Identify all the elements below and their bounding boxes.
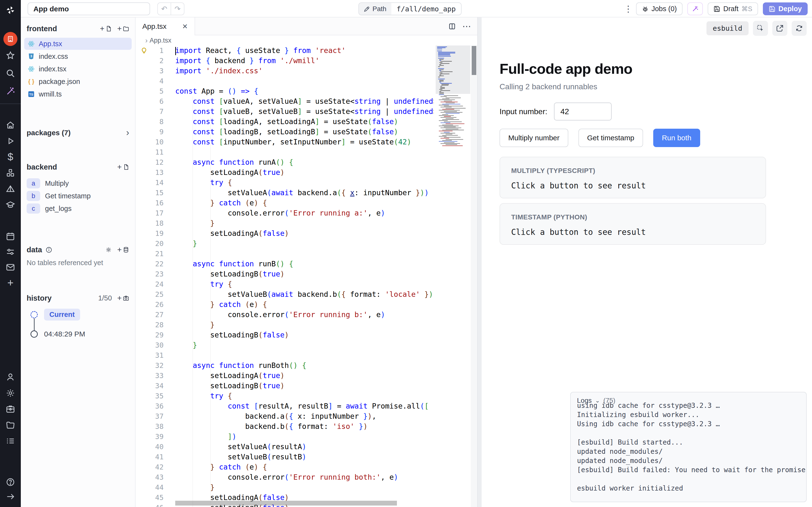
code-line-9[interactable]: 9 const [loadingB, setLoadingB] = useSta… xyxy=(136,127,477,137)
windmill-logo-icon[interactable] xyxy=(0,3,21,17)
code-line-43[interactable]: 43 console.error('Error running both:', … xyxy=(136,472,477,482)
code-line-41[interactable]: 41 setValueB(resultB) xyxy=(136,452,477,462)
code-line-12[interactable]: 12 async function runA() { xyxy=(136,157,477,167)
code-line-16[interactable]: 16 } catch (e) { xyxy=(136,198,477,208)
runnable-multiply[interactable]: aMultiply xyxy=(21,177,135,190)
code-line-14[interactable]: 14 try { xyxy=(136,177,477,188)
code-line-20[interactable]: 20 } xyxy=(136,238,477,249)
folders-icon[interactable] xyxy=(0,418,21,432)
open-external-button[interactable] xyxy=(772,21,787,36)
file-item-index-tsx[interactable]: index.tsx xyxy=(24,63,132,75)
draft-button[interactable]: Draft ⌘S xyxy=(708,2,758,15)
close-tab-icon[interactable]: ✕ xyxy=(182,22,188,31)
code-line-27[interactable]: 27 console.error('Error running b:', e) xyxy=(136,309,477,320)
variables-dollar-icon[interactable]: $ xyxy=(0,151,21,164)
schedules-calendar-icon[interactable] xyxy=(0,230,21,243)
deploy-button[interactable]: Deploy xyxy=(763,2,808,15)
undo-button[interactable]: ↶ xyxy=(158,3,171,15)
add-file-button[interactable]: + xyxy=(100,24,112,33)
code-line-21[interactable]: 21 xyxy=(136,249,477,259)
vertical-scrollbar[interactable] xyxy=(471,46,477,507)
multiply-number-button[interactable]: Multiply number xyxy=(499,129,568,147)
code-line-7[interactable]: 7 const [valueB, setValueB] = useState<s… xyxy=(136,106,477,117)
logs-panel[interactable]: Logs ⌄ (75) using idb cache for csstype@… xyxy=(570,392,807,502)
inspect-select-button[interactable] xyxy=(753,21,768,36)
history-current-item[interactable]: Current xyxy=(31,308,80,321)
code-line-42[interactable]: 42 } catch (e) { xyxy=(136,462,477,472)
code-line-2[interactable]: 2import { backend } from './wmill' xyxy=(136,56,477,66)
code-line-39[interactable]: 39 ]) xyxy=(136,432,477,442)
add-table-button[interactable]: + xyxy=(117,245,129,254)
settings-gear-icon[interactable] xyxy=(0,387,21,400)
favorites-star-icon[interactable] xyxy=(0,49,21,62)
workers-toolbox-icon[interactable] xyxy=(0,402,21,415)
app-name-input[interactable]: App demo xyxy=(28,2,150,15)
code-line-19[interactable]: 19 setLoadingA(false) xyxy=(136,228,477,238)
routes-icon[interactable] xyxy=(0,245,21,258)
code-line-33[interactable]: 33 setLoadingA(true) xyxy=(136,371,477,381)
code-line-18[interactable]: 18 } xyxy=(136,218,477,228)
history-version-item[interactable]: 04:48:29 PM xyxy=(31,330,85,338)
code-line-44[interactable]: 44 } xyxy=(136,482,477,493)
code-line-1[interactable]: 1import React, { useState } from 'react' xyxy=(136,46,477,56)
path-pill[interactable]: Path f/all/demo_app xyxy=(359,2,462,15)
code-line-31[interactable]: 31 xyxy=(136,350,477,360)
panel-resize-divider[interactable] xyxy=(477,17,482,507)
code-line-28[interactable]: 28 } xyxy=(136,320,477,330)
code-line-10[interactable]: 10 const [inputNumber, setInputNumber] =… xyxy=(136,137,477,147)
packages-row[interactable]: packages (7)› xyxy=(21,127,135,138)
add-runnable-button[interactable]: + xyxy=(117,163,129,171)
home-icon[interactable] xyxy=(0,118,21,131)
input-number-field[interactable]: 42 xyxy=(554,103,612,120)
code-line-4[interactable]: 4 xyxy=(136,76,477,86)
horizontal-scrollbar[interactable] xyxy=(175,501,397,506)
code-line-38[interactable]: 38 backend.b({ format: 'iso' }) xyxy=(136,421,477,432)
search-icon[interactable] xyxy=(0,67,21,80)
audit-logs-list-icon[interactable] xyxy=(0,435,21,448)
mail-icon[interactable] xyxy=(0,261,21,274)
chevron-down-icon[interactable]: ⌄ xyxy=(595,397,600,404)
file-item-index-css[interactable]: 3index.css xyxy=(24,50,132,62)
more-menu-kebab-icon[interactable]: ⋮ xyxy=(624,4,631,14)
code-line-15[interactable]: 15 setValueA(await backend.a({ x: inputN… xyxy=(136,188,477,198)
code-line-11[interactable]: 11 xyxy=(136,147,477,157)
file-item-wmill-ts[interactable]: TSwmill.ts xyxy=(24,88,132,100)
run-both-button[interactable]: Run both xyxy=(653,129,700,147)
code-line-35[interactable]: 35 try { xyxy=(136,391,477,401)
tab-app-tsx[interactable]: App.tsx✕ xyxy=(136,17,195,35)
code-line-17[interactable]: 17 console.error('Error running a:', e) xyxy=(136,208,477,218)
runs-play-icon[interactable] xyxy=(0,134,21,148)
code-line-37[interactable]: 37 backend.a({ x: inputNumber }), xyxy=(136,411,477,421)
resources-blocks-icon[interactable] xyxy=(0,166,21,179)
code-line-8[interactable]: 8 const [loadingA, setLoadingA] = useSta… xyxy=(136,117,477,127)
code-line-26[interactable]: 26 } catch (e) { xyxy=(136,299,477,309)
split-editor-icon[interactable] xyxy=(448,22,456,30)
add-folder-button[interactable]: + xyxy=(117,24,129,33)
code-line-29[interactable]: 29 setLoadingB(false) xyxy=(136,330,477,340)
code-line-32[interactable]: 32 async function runBoth() { xyxy=(136,360,477,371)
triggers-prism-icon[interactable] xyxy=(0,182,21,195)
learn-cap-icon[interactable] xyxy=(0,199,21,211)
expand-arrow-icon[interactable] xyxy=(0,490,21,503)
code-line-22[interactable]: 22 async function runB() { xyxy=(136,259,477,269)
code-line-25[interactable]: 25 setValueB(await backend.b({ format: '… xyxy=(136,289,477,299)
file-item-package-json[interactable]: { }package.json xyxy=(24,75,132,88)
jobs-button[interactable]: Jobs (0) xyxy=(636,2,683,15)
workspace-icon[interactable] xyxy=(0,31,21,47)
ai-wand-button[interactable] xyxy=(687,2,703,15)
breadcrumb[interactable]: › App.tsx xyxy=(136,35,477,46)
runnable-get-logs[interactable]: cget_logs xyxy=(21,202,135,215)
editor-more-icon[interactable]: ⋯ xyxy=(462,21,472,32)
code-line-23[interactable]: 23 setLoadingB(true) xyxy=(136,269,477,279)
account-user-icon[interactable] xyxy=(0,371,21,384)
minimap[interactable] xyxy=(436,46,470,157)
code-area[interactable]: 1import React, { useState } from 'react'… xyxy=(136,46,477,507)
code-line-6[interactable]: 6 const [valueA, setValueA] = useState<s… xyxy=(136,96,477,106)
refresh-button[interactable] xyxy=(792,21,807,36)
runnable-get-timestamp[interactable]: bGet timestamp xyxy=(21,190,135,202)
data-settings-button[interactable] xyxy=(105,246,112,253)
code-line-36[interactable]: 36 const [resultA, resultB] = await Prom… xyxy=(136,401,477,411)
create-plus-icon[interactable]: + xyxy=(0,276,21,289)
code-line-30[interactable]: 30 } xyxy=(136,340,477,350)
redo-button[interactable]: ↷ xyxy=(171,3,184,15)
